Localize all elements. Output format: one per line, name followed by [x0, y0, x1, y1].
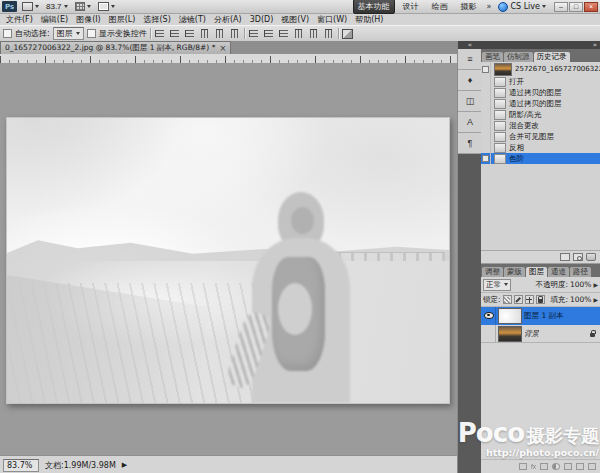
menu-filter[interactable]: 滤镜(T) [175, 14, 210, 25]
workspace-photography-button[interactable]: 摄影 [456, 0, 482, 14]
character-panel-icon[interactable]: A [458, 112, 482, 133]
menu-help[interactable]: 帮助(H) [351, 14, 387, 25]
brush-panel-icon[interactable]: ≡ [458, 49, 482, 70]
dock-collapse-button[interactable]: « [458, 41, 482, 49]
layer-style-fx-icon[interactable]: fx [531, 463, 536, 470]
layer-row-background[interactable]: 背景 [481, 325, 600, 343]
view-extras-button[interactable] [73, 1, 93, 12]
history-source-cell[interactable] [481, 131, 491, 142]
tab-adjustments[interactable]: 调整 [482, 267, 503, 277]
new-snapshot-icon[interactable] [573, 253, 583, 261]
lock-transparency-icon[interactable] [503, 295, 512, 304]
menu-analysis[interactable]: 分析(A) [210, 14, 246, 25]
history-step-shadows-highlights[interactable]: 阴影/高光 [481, 109, 600, 120]
close-tab-icon[interactable]: × [219, 44, 226, 53]
auto-align-layers-button[interactable] [342, 28, 354, 39]
menu-layer[interactable]: 图层(L) [105, 14, 140, 25]
history-source-cell[interactable] [481, 120, 491, 131]
new-layer-icon[interactable] [576, 463, 584, 470]
opacity-arrow-icon[interactable]: ▶ [593, 281, 598, 288]
tab-layers[interactable]: 图层 [526, 267, 547, 277]
history-step-layer-via-copy-2[interactable]: 通过拷贝的图层 [481, 98, 600, 109]
distribute-horizontal-centers-button[interactable] [308, 28, 320, 39]
menu-3d[interactable]: 3D(D) [246, 15, 278, 24]
fill-arrow-icon[interactable]: ▶ [593, 296, 598, 303]
lock-position-icon[interactable] [525, 295, 534, 304]
panels-collapse-button[interactable]: » [481, 41, 600, 49]
history-source-cell[interactable] [481, 62, 491, 76]
status-zoom-field[interactable]: 83.7% [3, 459, 39, 472]
history-source-cell[interactable] [481, 109, 491, 120]
layer-comps-panel-icon[interactable]: ◫ [458, 91, 482, 112]
tab-channels[interactable]: 通道 [548, 267, 569, 277]
tab-brush[interactable]: 画笔 [482, 52, 503, 62]
minimize-button[interactable]: – [554, 2, 568, 12]
tab-paths[interactable]: 路径 [570, 267, 591, 277]
align-bottom-edges-button[interactable] [184, 28, 196, 39]
menu-file[interactable]: 文件(F) [2, 14, 37, 25]
align-right-edges-button[interactable] [229, 28, 241, 39]
workspace-painting-button[interactable]: 绘画 [427, 0, 453, 14]
menu-view[interactable]: 视图(V) [277, 14, 313, 25]
align-horizontal-centers-button[interactable] [214, 28, 226, 39]
paragraph-panel-icon[interactable]: ¶ [458, 133, 482, 154]
close-button[interactable]: × [584, 2, 598, 12]
distribute-top-edges-button[interactable] [248, 28, 260, 39]
opacity-value[interactable]: 100% [570, 280, 591, 289]
history-step-levels-selected[interactable]: 色阶 [481, 153, 600, 164]
align-vertical-centers-button[interactable] [169, 28, 181, 39]
workspace-design-button[interactable]: 设计 [398, 0, 424, 14]
delete-layer-icon[interactable] [588, 463, 596, 470]
history-source-cell[interactable] [481, 153, 491, 164]
lock-pixels-icon[interactable] [514, 295, 523, 304]
document-tab[interactable]: 0_165727006322_2.jpg @ 83.7%(图层 1 副本, RG… [0, 41, 231, 54]
tab-clone-source[interactable]: 仿制源 [504, 52, 533, 62]
align-left-edges-button[interactable] [199, 28, 211, 39]
link-layers-icon[interactable] [519, 463, 527, 470]
distribute-vertical-centers-button[interactable] [263, 28, 275, 39]
new-document-from-state-icon[interactable] [560, 253, 570, 261]
history-step-merge-visible[interactable]: 合并可见图层 [481, 131, 600, 142]
canvas-area[interactable] [0, 64, 457, 455]
tab-history[interactable]: 历史记录 [534, 52, 570, 62]
restore-button[interactable]: □ [569, 2, 583, 12]
tab-masks[interactable]: 蒙版 [504, 267, 525, 277]
lock-all-icon[interactable] [536, 295, 545, 304]
history-source-cell[interactable] [481, 142, 491, 153]
menu-edit[interactable]: 编辑(E) [37, 14, 72, 25]
adjustment-layer-icon[interactable] [552, 463, 560, 470]
workspace-overflow-button[interactable]: » [485, 2, 494, 11]
horizontal-ruler[interactable] [0, 54, 457, 64]
arrange-documents-button[interactable] [20, 1, 41, 12]
distribute-right-edges-button[interactable] [323, 28, 335, 39]
menu-image[interactable]: 图像(I) [72, 14, 105, 25]
history-source-cell[interactable] [481, 87, 491, 98]
zoom-level-dropdown[interactable]: 83.7 [44, 1, 70, 12]
distribute-bottom-edges-button[interactable] [278, 28, 290, 39]
history-step-layer-via-copy[interactable]: 通过拷贝的图层 [481, 87, 600, 98]
cs-live-button[interactable]: CS Live [496, 2, 548, 12]
distribute-left-edges-button[interactable] [293, 28, 305, 39]
layer-row-layer1-copy[interactable]: 图层 1 副本 [481, 307, 600, 325]
workspace-essentials-button[interactable]: 基本功能 [353, 0, 395, 14]
styles-panel-icon[interactable]: ♦ [458, 70, 482, 91]
history-step-blend-change[interactable]: 混合更改 [481, 120, 600, 131]
delete-state-icon[interactable] [586, 253, 596, 261]
new-group-icon[interactable] [564, 463, 572, 470]
history-snapshot-row[interactable]: 2572670_165727006322_2.jpg [481, 62, 600, 76]
fill-value[interactable]: 100% [570, 295, 591, 304]
show-transform-checkbox[interactable] [87, 29, 96, 38]
menu-window[interactable]: 窗口(W) [313, 14, 351, 25]
status-options-arrow-icon[interactable]: ▶ [122, 461, 127, 469]
history-step-open[interactable]: 打开 [481, 76, 600, 87]
add-layer-mask-icon[interactable] [540, 463, 548, 470]
blend-mode-dropdown[interactable]: 正常 [483, 279, 511, 291]
history-step-invert[interactable]: 反相 [481, 142, 600, 153]
align-top-edges-button[interactable] [154, 28, 166, 39]
visibility-cell[interactable] [483, 325, 496, 342]
auto-select-checkbox[interactable] [3, 29, 12, 38]
menu-select[interactable]: 选择(S) [139, 14, 174, 25]
screen-mode-button[interactable] [96, 1, 117, 12]
visibility-cell[interactable] [483, 307, 496, 324]
auto-select-dropdown[interactable]: 图层 [53, 27, 84, 40]
